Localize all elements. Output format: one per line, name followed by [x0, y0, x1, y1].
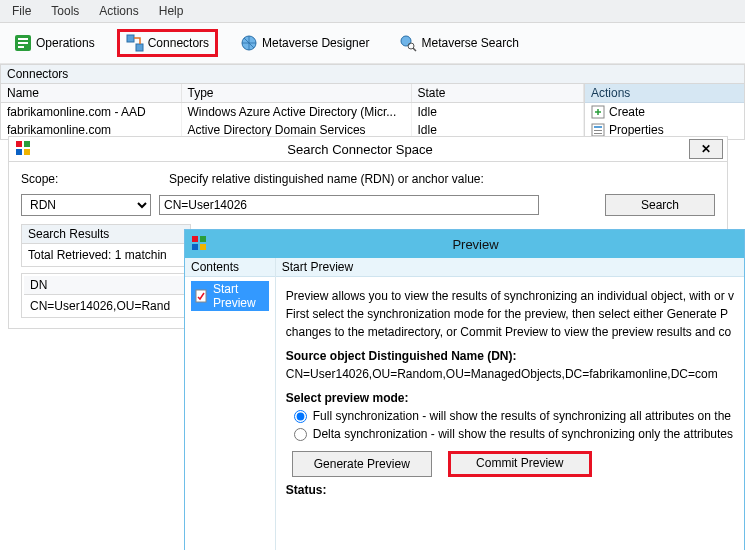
start-preview-header: Start Preview	[276, 258, 744, 277]
scs-instruction: Specify relative distinguished name (RDN…	[169, 172, 484, 186]
preview-app-icon	[191, 235, 207, 254]
connectors-section-label: Connectors	[0, 64, 745, 83]
radio-delta[interactable]	[294, 428, 307, 441]
rdn-input[interactable]	[159, 195, 539, 215]
menu-tools[interactable]: Tools	[43, 2, 87, 20]
dn-col[interactable]: DN	[24, 276, 188, 295]
metaverse-designer-icon	[240, 34, 258, 52]
close-button[interactable]: ✕	[689, 139, 723, 159]
dn-row[interactable]: CN=User14026,OU=Rand	[24, 297, 188, 315]
preview-para2a: First select the synchronization mode fo…	[286, 307, 734, 321]
connectors-label: Connectors	[148, 36, 209, 50]
mode-label: Select preview mode:	[286, 391, 734, 405]
main-split: Name Type State fabrikamonline.com - AAD…	[0, 83, 745, 140]
create-icon	[591, 105, 605, 119]
scs-app-icon	[15, 140, 31, 159]
operations-icon	[14, 34, 32, 52]
col-name[interactable]: Name	[1, 84, 181, 103]
preview-title: Preview	[207, 237, 744, 252]
actions-header: Actions	[585, 84, 744, 103]
scope-label: Scope:	[21, 172, 81, 186]
radio-full-row[interactable]: Full synchronization - will show the res…	[294, 409, 734, 423]
table-row[interactable]: fabrikamonline.com - AAD Windows Azure A…	[1, 103, 584, 122]
preview-intro: Preview allows you to view the results o…	[286, 289, 734, 303]
preview-content: Start Preview Preview allows you to view…	[276, 258, 744, 550]
svg-rect-12	[594, 126, 602, 128]
svg-rect-1	[18, 38, 28, 40]
metaverse-search-icon	[399, 34, 417, 52]
connectors-button[interactable]: Connectors	[117, 29, 218, 57]
scope-select[interactable]: RDN	[21, 194, 151, 216]
svg-rect-15	[16, 141, 22, 147]
svg-point-7	[401, 36, 411, 46]
svg-rect-13	[594, 130, 602, 131]
menu-file[interactable]: File	[4, 2, 39, 20]
cell-type: Windows Azure Active Directory (Micr...	[181, 103, 411, 122]
radio-delta-row[interactable]: Delta synchronization - will show the re…	[294, 427, 734, 441]
preview-para2b: changes to the metadirectory, or Commit …	[286, 325, 734, 339]
svg-line-9	[413, 48, 416, 51]
cell-name: fabrikamonline.com - AAD	[1, 103, 181, 122]
search-results-header: Search Results	[21, 224, 191, 244]
generate-preview-button[interactable]: Generate Preview	[292, 451, 432, 477]
tree-node-start-preview[interactable]: Start Preview	[191, 281, 269, 311]
svg-rect-3	[18, 46, 24, 48]
svg-rect-16	[24, 141, 30, 147]
cell-state: Idle	[411, 103, 584, 122]
metaverse-search-button[interactable]: Metaverse Search	[391, 30, 526, 56]
svg-rect-23	[196, 290, 206, 302]
svg-rect-14	[594, 133, 602, 134]
actions-pane: Actions Create Properties	[585, 83, 745, 140]
menu-actions[interactable]: Actions	[91, 2, 146, 20]
radio-full[interactable]	[294, 410, 307, 423]
source-dn-value: CN=User14026,OU=Random,OU=ManagedObjects…	[286, 367, 734, 381]
menubar: File Tools Actions Help	[0, 0, 745, 23]
connectors-icon	[126, 34, 144, 52]
svg-rect-19	[192, 236, 198, 242]
search-button[interactable]: Search	[605, 194, 715, 216]
total-retrieved: Total Retrieved: 1 matchin	[21, 244, 191, 267]
tree-node-label: Start Preview	[213, 282, 265, 310]
svg-rect-18	[24, 149, 30, 155]
svg-rect-2	[18, 42, 28, 44]
preview-titlebar: Preview	[185, 230, 744, 258]
svg-rect-21	[192, 244, 198, 250]
menu-help[interactable]: Help	[151, 2, 192, 20]
metaverse-search-label: Metaverse Search	[421, 36, 518, 50]
action-create-label: Create	[609, 105, 645, 119]
col-type[interactable]: Type	[181, 84, 411, 103]
preview-tree: Contents Start Preview	[185, 258, 276, 550]
svg-rect-17	[16, 149, 22, 155]
dn-grid: DN CN=User14026,OU=Rand	[21, 273, 191, 318]
svg-rect-5	[136, 44, 143, 51]
action-create[interactable]: Create	[585, 103, 744, 121]
preview-dialog: Preview Contents Start Preview Start Pre…	[184, 229, 745, 550]
scs-titlebar: Search Connector Space ✕	[8, 136, 728, 162]
dn-cell: CN=User14026,OU=Rand	[24, 297, 188, 315]
tree-header: Contents	[185, 258, 275, 277]
metaverse-designer-button[interactable]: Metaverse Designer	[232, 30, 377, 56]
svg-rect-22	[200, 244, 206, 250]
dn-label: Source object Distinguished Name (DN):	[286, 349, 734, 363]
connectors-table: Name Type State fabrikamonline.com - AAD…	[0, 83, 585, 140]
commit-preview-button[interactable]: Commit Preview	[448, 451, 592, 477]
toolbar: Operations Connectors Metaverse Designer…	[0, 23, 745, 64]
col-state[interactable]: State	[411, 84, 584, 103]
svg-rect-4	[127, 35, 134, 42]
operations-button[interactable]: Operations	[6, 30, 103, 56]
action-properties-label: Properties	[609, 123, 664, 137]
metaverse-designer-label: Metaverse Designer	[262, 36, 369, 50]
operations-label: Operations	[36, 36, 95, 50]
radio-delta-label: Delta synchronization - will show the re…	[313, 427, 733, 441]
document-check-icon	[195, 289, 209, 303]
status-label: Status:	[286, 483, 734, 497]
radio-full-label: Full synchronization - will show the res…	[313, 409, 731, 423]
scs-title: Search Connector Space	[31, 142, 689, 157]
properties-icon	[591, 123, 605, 137]
svg-rect-20	[200, 236, 206, 242]
